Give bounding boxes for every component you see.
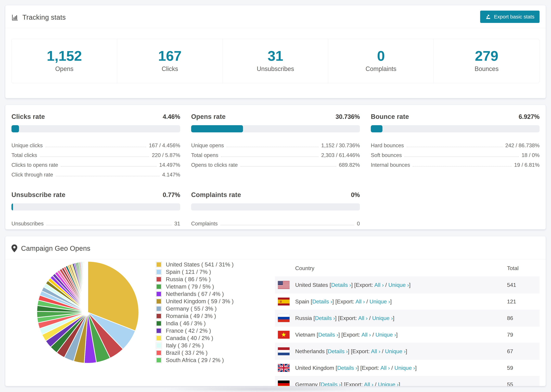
export-unique-link[interactable]: Unique › <box>375 332 396 338</box>
geo-title-text: Campaign Geo Opens <box>21 245 90 252</box>
country-name: Russia <box>295 315 312 321</box>
legend-swatch-india <box>156 321 162 326</box>
country-cell-germany: Germany [Details ›] [Export: All › / Uni… <box>295 381 507 386</box>
metric-bar-fill-bounce-rate <box>371 125 382 132</box>
export-all-link[interactable]: All › <box>361 332 371 338</box>
metric-row-value: 0 <box>357 221 360 227</box>
details-link[interactable]: Details › <box>331 282 351 288</box>
legend-swatch-romania <box>156 313 162 319</box>
dotted-leader <box>413 166 511 167</box>
legend-label-india: India ( 46 / 3% ) <box>166 321 206 326</box>
column-header-total: Total <box>507 265 540 271</box>
metric-bar-bounce-rate <box>371 125 540 132</box>
legend-swatch-italy <box>156 343 162 348</box>
country-cell-vietnam: Vietnam [Details ›] [Export: All › / Uni… <box>295 332 507 338</box>
metric-row-label: Opens to clicks rate <box>191 162 238 168</box>
legend-label-france: France ( 42 / 2% ) <box>166 328 211 334</box>
metric-row-value: 689.82% <box>339 162 360 168</box>
details-link[interactable]: Details › <box>337 365 357 371</box>
country-name: United Kingdom <box>295 365 334 371</box>
legend-swatch-netherlands <box>156 291 162 297</box>
country-name: Netherlands <box>295 348 325 354</box>
table-row-vietnam: Vietnam [Details ›] [Export: All › / Uni… <box>275 326 540 343</box>
metric-rows-complaints-rate: Complaints0 <box>191 217 360 227</box>
details-link[interactable]: Details › <box>315 315 335 321</box>
rates-grid: Clicks rate4.46%Unique clicks167 / 4.456… <box>5 105 546 230</box>
details-link[interactable]: Details › <box>328 348 348 354</box>
stat-value-clicks: 167 <box>117 49 223 63</box>
legend-swatch-united-kingdom <box>156 298 162 304</box>
total-cell-united-kingdom: 59 <box>507 365 540 371</box>
export-all-link[interactable]: All › <box>355 298 365 305</box>
dotted-leader <box>46 147 146 147</box>
legend-label-russia: Russia ( 86 / 5% ) <box>166 276 211 282</box>
export-all-link[interactable]: All › <box>371 348 380 354</box>
export-all-link[interactable]: All › <box>380 365 390 371</box>
table-row-netherlands: Netherlands [Details ›] [Export: All › /… <box>275 343 540 359</box>
export-all-link[interactable]: All › <box>364 381 373 386</box>
legend-item-united-kingdom: United Kingdom ( 59 / 3% ) <box>156 298 265 304</box>
metric-row-opens-to-clicks-rate: Opens to clicks rate689.82% <box>191 158 360 168</box>
metric-rows-clicks-rate: Unique clicks167 / 4.456%Total clicks220… <box>11 139 180 178</box>
legend-item-romania: Romania ( 49 / 3% ) <box>156 313 265 319</box>
metric-row-value: 19 / 6.81% <box>514 162 540 168</box>
stat-value-unsubscribes: 31 <box>223 49 328 63</box>
geo-body: United States ( 541 / 31% )Spain ( 121 /… <box>5 259 546 386</box>
metric-row-value: 14.497% <box>159 162 180 168</box>
metric-value-clicks-rate: 4.46% <box>163 113 180 120</box>
metric-row-complaints: Complaints0 <box>191 217 360 227</box>
stat-label-bounces: Bounces <box>434 65 539 72</box>
dotted-leader <box>221 156 319 157</box>
flag-vn-icon <box>278 331 290 339</box>
export-all-link[interactable]: All › <box>374 282 384 288</box>
stat-label-unsubscribes: Unsubscribes <box>223 65 328 72</box>
metric-bar-complaints-rate <box>191 203 360 210</box>
stat-cell-unsubscribes: 31Unsubscribes <box>223 39 328 83</box>
legend-item-canada: Canada ( 40 / 2% ) <box>156 335 265 341</box>
tracking-stats-title-text: Tracking stats <box>22 14 66 21</box>
export-unique-link[interactable]: Unique › <box>395 365 415 371</box>
metric-head-clicks-rate: Clicks rate4.46% <box>11 113 180 120</box>
legend-label-united-kingdom: United Kingdom ( 59 / 3% ) <box>166 298 233 304</box>
metric-row-value: 1,152 / 30.736% <box>321 142 360 149</box>
export-basic-stats-button[interactable]: Export basic stats <box>480 11 540 23</box>
export-icon <box>485 14 491 20</box>
export-unique-link[interactable]: Unique › <box>385 348 406 354</box>
pie-slice-other-37[interactable] <box>87 261 88 312</box>
total-cell-spain: 121 <box>507 298 540 305</box>
stat-value-complaints: 0 <box>328 49 434 63</box>
metric-row-label: Unsubscribes <box>11 221 44 227</box>
total-cell-germany: 55 <box>507 381 540 386</box>
export-all-link[interactable]: All › <box>358 315 367 321</box>
export-unique-link[interactable]: Unique › <box>388 282 409 288</box>
flag-ru-icon <box>278 314 290 322</box>
export-unique-link[interactable]: Unique › <box>369 298 390 305</box>
details-link[interactable]: Details › <box>321 381 341 386</box>
metric-bar-clicks-rate <box>11 125 180 132</box>
dotted-leader <box>407 147 502 147</box>
metric-head-complaints-rate: Complaints rate0% <box>191 191 360 199</box>
rates-card: Clicks rate4.46%Unique clicks167 / 4.456… <box>5 105 546 230</box>
metric-row-label: Soft bounces <box>371 152 402 158</box>
stat-cell-complaints: 0Complaints <box>328 39 434 83</box>
dotted-leader <box>240 166 336 167</box>
geo-pie-chart[interactable] <box>35 260 140 365</box>
details-link[interactable]: Details › <box>312 298 332 305</box>
legend-item-russia: Russia ( 86 / 5% ) <box>156 276 265 282</box>
metric-row-value: 31 <box>174 221 180 227</box>
metric-row-hard-bounces: Hard bounces242 / 86.738% <box>371 139 540 149</box>
legend-swatch-france <box>156 328 162 334</box>
table-row-spain: Spain [Details ›] [Export: All › / Uniqu… <box>275 293 540 310</box>
flag-nl-icon <box>278 347 290 355</box>
metric-row-total-opens: Total opens2,303 / 61.446% <box>191 149 360 158</box>
metric-value-opens-rate: 30.736% <box>336 113 360 120</box>
dotted-leader <box>61 166 156 167</box>
stat-label-clicks: Clicks <box>117 65 223 72</box>
legend-label-italy: Italy ( 36 / 2% ) <box>166 343 204 348</box>
export-unique-link[interactable]: Unique › <box>372 315 393 321</box>
export-unique-link[interactable]: Unique › <box>378 381 399 386</box>
bar-chart-icon <box>11 14 19 21</box>
details-link[interactable]: Details › <box>318 332 338 338</box>
metric-row-label: Unique opens <box>191 142 224 149</box>
legend-label-netherlands: Netherlands ( 67 / 4% ) <box>166 291 224 297</box>
